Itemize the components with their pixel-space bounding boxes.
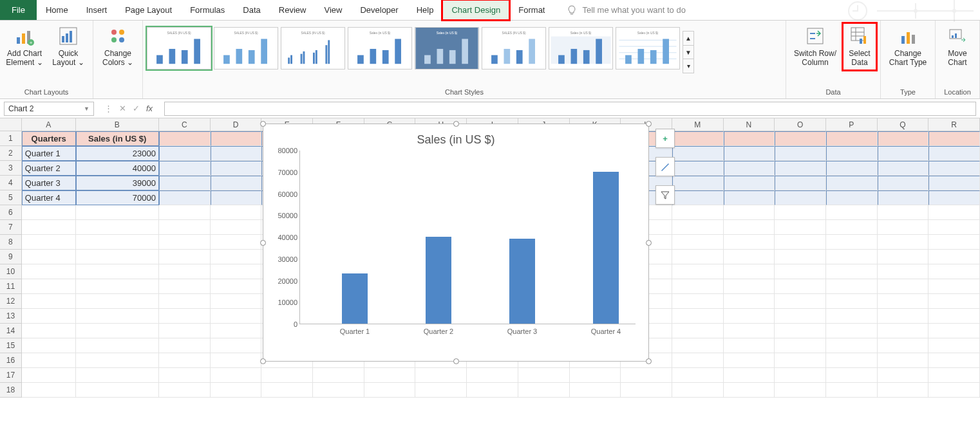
cell-N10[interactable] — [724, 264, 775, 279]
chart-plot-area[interactable]: 0100002000030000400005000060000700008000… — [299, 151, 636, 324]
row-header-11[interactable]: 11 — [0, 279, 22, 294]
tab-review[interactable]: Review — [270, 0, 316, 20]
chart-style-7[interactable]: Sales (in US $) — [549, 27, 613, 69]
row-header-2[interactable]: 2 — [0, 146, 22, 161]
cell-C17[interactable] — [159, 368, 211, 383]
cell-H18[interactable] — [415, 383, 467, 398]
cell-N2[interactable] — [724, 146, 775, 161]
row-header-3[interactable]: 3 — [0, 161, 22, 176]
column-header-O[interactable]: O — [775, 118, 826, 131]
row-header-7[interactable]: 7 — [0, 220, 22, 235]
move-chart-button[interactable]: Move Chart — [939, 23, 975, 70]
cell-I18[interactable] — [467, 383, 518, 398]
chart-style-1[interactable]: SALES (IN US $) — [147, 27, 211, 69]
row-header-9[interactable]: 9 — [0, 250, 22, 264]
cell-O16[interactable] — [775, 353, 826, 368]
cell-A17[interactable] — [22, 368, 76, 383]
cell-N16[interactable] — [724, 353, 775, 368]
cell-B5[interactable]: 70000 — [76, 190, 159, 205]
cell-C9[interactable] — [159, 250, 211, 264]
cell-Q16[interactable] — [878, 353, 929, 368]
cell-O3[interactable] — [775, 161, 826, 176]
cell-O13[interactable] — [775, 309, 826, 324]
cell-M4[interactable] — [672, 176, 724, 190]
cell-D6[interactable] — [211, 205, 262, 220]
cell-P1[interactable] — [826, 131, 878, 146]
cell-O2[interactable] — [775, 146, 826, 161]
cell-A3[interactable]: Quarter 2 — [22, 161, 76, 176]
chart-handle-bot-mid[interactable] — [453, 358, 459, 364]
cell-C14[interactable] — [159, 324, 211, 338]
cell-N15[interactable] — [724, 338, 775, 353]
cell-P16[interactable] — [826, 353, 878, 368]
cell-I17[interactable] — [467, 368, 518, 383]
column-header-P[interactable]: P — [826, 118, 878, 131]
cell-O11[interactable] — [775, 279, 826, 294]
cancel-icon[interactable]: ✕ — [119, 104, 126, 113]
cell-N3[interactable] — [724, 161, 775, 176]
cell-M1[interactable] — [672, 131, 724, 146]
cell-B7[interactable] — [76, 220, 159, 235]
cell-M12[interactable] — [672, 294, 724, 309]
chart-style-2[interactable]: SALES (IN US $) — [214, 27, 278, 69]
cell-C10[interactable] — [159, 264, 211, 279]
cell-O6[interactable] — [775, 205, 826, 220]
cell-O18[interactable] — [775, 383, 826, 398]
cell-O17[interactable] — [775, 368, 826, 383]
cell-O10[interactable] — [775, 264, 826, 279]
cell-R10[interactable] — [928, 264, 980, 279]
change-colors-button[interactable]: Change Colors ⌄ — [97, 23, 138, 70]
row-header-14[interactable]: 14 — [0, 324, 22, 338]
tab-home[interactable]: Home — [37, 0, 77, 20]
cell-C5[interactable] — [159, 190, 211, 205]
gallery-up[interactable]: ▲ — [683, 32, 693, 46]
chart-handle-top-mid[interactable] — [453, 121, 459, 127]
cell-D18[interactable] — [211, 383, 262, 398]
tab-chart-design[interactable]: Chart Design — [442, 0, 509, 20]
cell-A10[interactable] — [22, 264, 76, 279]
cell-N17[interactable] — [724, 368, 775, 383]
cell-B14[interactable] — [76, 324, 159, 338]
cell-N4[interactable] — [724, 176, 775, 190]
chart-handle-bot-right[interactable] — [646, 358, 652, 364]
cell-D7[interactable] — [211, 220, 262, 235]
cell-M16[interactable] — [672, 353, 724, 368]
select-data-button[interactable]: Select Data — [843, 23, 876, 70]
cell-A5[interactable]: Quarter 4 — [22, 190, 76, 205]
cell-L18[interactable] — [621, 383, 672, 398]
cell-N13[interactable] — [724, 309, 775, 324]
cell-C2[interactable] — [159, 146, 211, 161]
enter-icon[interactable]: ✓ — [133, 104, 140, 113]
cell-Q17[interactable] — [878, 368, 929, 383]
cell-R12[interactable] — [928, 294, 980, 309]
cell-M14[interactable] — [672, 324, 724, 338]
column-header-D[interactable]: D — [211, 118, 262, 131]
cell-O8[interactable] — [775, 235, 826, 250]
cell-O4[interactable] — [775, 176, 826, 190]
row-header-8[interactable]: 8 — [0, 235, 22, 250]
cell-P17[interactable] — [826, 368, 878, 383]
cell-O14[interactable] — [775, 324, 826, 338]
column-header-R[interactable]: R — [928, 118, 980, 131]
cell-A7[interactable] — [22, 220, 76, 235]
cell-O12[interactable] — [775, 294, 826, 309]
cell-D17[interactable] — [211, 368, 262, 383]
cell-A13[interactable] — [22, 309, 76, 324]
cell-N14[interactable] — [724, 324, 775, 338]
tab-formulas[interactable]: Formulas — [181, 0, 234, 20]
cell-R9[interactable] — [928, 250, 980, 264]
row-header-15[interactable]: 15 — [0, 338, 22, 353]
cell-R13[interactable] — [928, 309, 980, 324]
cell-A1[interactable]: Quarters — [22, 131, 76, 146]
cell-P3[interactable] — [826, 161, 878, 176]
cell-C11[interactable] — [159, 279, 211, 294]
bar-quarter-3[interactable] — [509, 239, 535, 324]
cell-H17[interactable] — [415, 368, 467, 383]
cell-N8[interactable] — [724, 235, 775, 250]
cell-M9[interactable] — [672, 250, 724, 264]
cell-A8[interactable] — [22, 235, 76, 250]
cell-E17[interactable] — [261, 368, 313, 383]
row-header-5[interactable]: 5 — [0, 190, 22, 205]
row-header-17[interactable]: 17 — [0, 368, 22, 383]
gallery-more[interactable]: ▾ — [683, 59, 693, 73]
